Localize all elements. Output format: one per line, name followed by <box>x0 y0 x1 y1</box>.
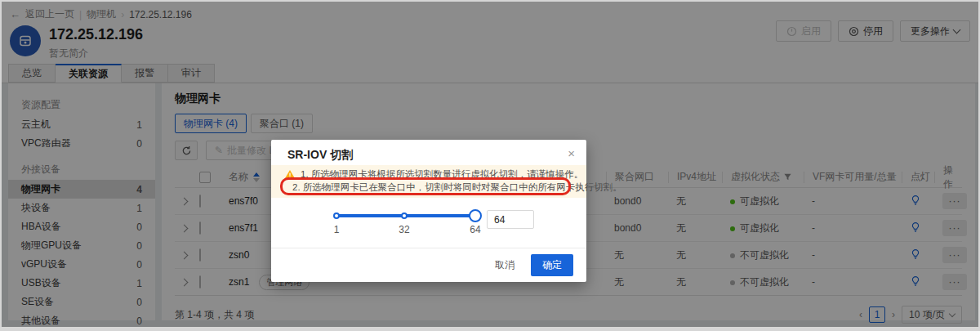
slider-marks: 1 32 64 <box>335 224 475 235</box>
slider-min-dot <box>333 212 340 219</box>
screenshot-frame: ← 返回上一页 | 物理机 › 172.25.12.196 172.25.12.… <box>0 0 980 331</box>
close-icon[interactable]: × <box>568 146 575 160</box>
sriov-slider[interactable]: 1 32 64 <box>335 214 475 235</box>
cancel-button[interactable]: 取消 <box>490 255 519 275</box>
dialog-title: SR-IOV 切割 <box>287 148 353 163</box>
annotation-highlight-box <box>280 177 571 195</box>
slider-handle[interactable] <box>469 209 482 222</box>
confirm-button[interactable]: 确定 <box>531 254 573 276</box>
dialog-footer: 取消 确定 <box>271 248 586 282</box>
app-window: ← 返回上一页 | 物理机 › 172.25.12.196 172.25.12.… <box>2 2 978 327</box>
slider-track[interactable] <box>335 214 475 217</box>
slider-mid-dot <box>401 212 408 219</box>
slice-count-input[interactable] <box>487 210 534 229</box>
sriov-dialog: SR-IOV 切割 × 1. 所选物理网卡将根据所选切割数量进行虚拟化切割，请谨… <box>271 140 586 282</box>
